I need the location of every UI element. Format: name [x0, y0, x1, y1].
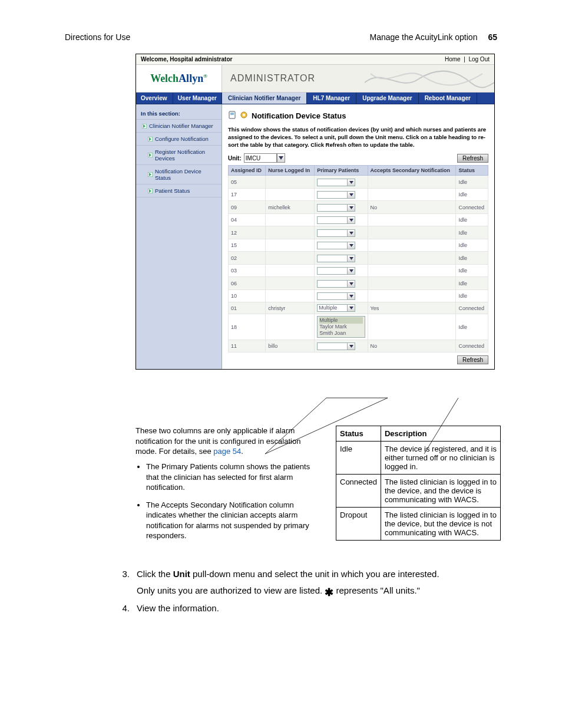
primary-patients-select[interactable]: [317, 191, 355, 199]
cell-primary: [315, 213, 368, 226]
cell-secondary: [368, 213, 456, 226]
cell-assigned-id: 15: [229, 239, 266, 252]
arrow-right-icon: [142, 124, 147, 129]
primary-patients-select[interactable]: [317, 204, 355, 212]
cell-primary: Multiple: [315, 302, 368, 314]
logout-link[interactable]: Log Out: [468, 56, 490, 62]
tab-user-manager[interactable]: User Manager: [173, 93, 222, 104]
cell-assigned-id: 02: [229, 252, 266, 265]
cell-assigned-id: 10: [229, 289, 266, 302]
cell-status: Idle: [456, 239, 488, 252]
table-row: 06Idle: [229, 277, 488, 290]
cell-status: Connected: [456, 302, 488, 314]
svg-marker-16: [349, 193, 353, 196]
col-status[interactable]: Status: [456, 166, 488, 176]
intro-end: .: [241, 447, 243, 456]
unit-dropdown-button[interactable]: [277, 153, 285, 163]
home-link[interactable]: Home: [445, 56, 461, 62]
tab-overview[interactable]: Overview: [136, 93, 173, 104]
unit-label: Unit:: [228, 155, 242, 162]
primary-patients-select[interactable]: [317, 179, 355, 186]
arrow-right-icon: [148, 153, 153, 157]
unit-input[interactable]: [244, 153, 277, 163]
header-left: Directions for Use: [65, 32, 130, 42]
primary-patients-select[interactable]: Multiple: [317, 304, 355, 312]
sidebar-item-register-devices[interactable]: Register Notification Devices: [136, 145, 222, 164]
cell-primary: [315, 277, 368, 290]
cell-status: Idle: [456, 213, 488, 226]
cell-assigned-id: 12: [229, 226, 266, 239]
table-row: 17Idle: [229, 188, 488, 201]
tab-upgrade-manager[interactable]: Upgrade Manager: [356, 93, 418, 104]
cell-secondary: [368, 176, 456, 189]
cell-assigned-id: 04: [229, 213, 266, 226]
cell-assigned-id: 18: [229, 314, 266, 340]
table-row: 09michellekNoConnected: [229, 201, 488, 214]
step4-number: 4.: [118, 601, 130, 615]
refresh-button-top[interactable]: Refresh: [457, 154, 488, 163]
cell-secondary: [368, 226, 456, 239]
cell-nurse: [266, 213, 315, 226]
arrow-right-icon: [148, 172, 153, 177]
tab-clinician-notifier[interactable]: Clinician Notifier Manager: [222, 93, 307, 104]
cell-primary: [315, 239, 368, 252]
cell-primary: [315, 289, 368, 302]
primary-patients-list[interactable]: MultipleTaylor MarkSmith Joan: [317, 316, 365, 337]
sidebar-item-device-status[interactable]: Notification Device Status: [136, 164, 222, 184]
cell-nurse: [266, 239, 315, 252]
cell-primary: [315, 176, 368, 189]
cell-primary: [315, 252, 368, 265]
cell-assigned-id: 01: [229, 302, 266, 314]
col-secondary[interactable]: Accepts Secondary Notification: [368, 166, 456, 176]
step3-sub: Only units you are authorized to view ar…: [137, 584, 495, 598]
cell-assigned-id: 03: [229, 264, 266, 277]
sidebar-item-clinician-notifier[interactable]: Clinician Notifier Manager: [136, 119, 222, 132]
cell-status: Idle: [456, 252, 488, 265]
table-row: 18MultipleTaylor MarkSmith JoanIdle: [229, 314, 488, 340]
description-cell: The device is registered, and it is eith…: [381, 442, 500, 475]
svg-marker-22: [349, 269, 353, 272]
description-col-header: Description: [381, 426, 500, 442]
primary-patients-select[interactable]: [317, 280, 355, 288]
primary-patients-select[interactable]: [317, 242, 355, 249]
tab-hl7-manager[interactable]: HL7 Manager: [307, 93, 356, 104]
chevron-down-icon: [347, 179, 355, 186]
logo-part1: Welch: [150, 73, 178, 84]
primary-patients-select[interactable]: [317, 229, 355, 237]
status-cell: Connected: [336, 475, 381, 508]
chevron-down-icon: [347, 281, 355, 287]
sidebar-item-patient-status[interactable]: Patient Status: [136, 184, 222, 197]
sidebar-item-configure-notification[interactable]: Configure Notification: [136, 132, 222, 145]
page-link[interactable]: page 54: [213, 447, 241, 456]
primary-patients-select[interactable]: [317, 216, 355, 224]
cell-status: Idle: [456, 188, 488, 201]
sidebar-label: Configure Notification: [155, 136, 209, 142]
step3-number: 3.: [118, 567, 130, 581]
table-row: 04Idle: [229, 213, 488, 226]
admin-screenshot: Welcome, Hospital administrator Home | L…: [135, 54, 495, 370]
tab-reboot-manager[interactable]: Reboot Manager: [419, 93, 477, 104]
primary-patients-select[interactable]: [317, 342, 355, 350]
welcome-text: Welcome, Hospital administrator: [141, 56, 232, 62]
bullet-primary-patients: The Primary Patients column shows the pa…: [146, 462, 318, 493]
cell-nurse: [266, 264, 315, 277]
logo-cell: WelchAllyn®: [136, 65, 222, 92]
sidebar: In this section: Clinician Notifier Mana…: [136, 104, 222, 369]
chevron-down-icon: [347, 268, 355, 274]
svg-marker-15: [349, 181, 353, 184]
col-primary[interactable]: Primary Patients: [315, 166, 368, 176]
refresh-button-bottom[interactable]: Refresh: [457, 355, 488, 364]
cell-secondary: [368, 289, 456, 302]
cell-secondary: [368, 264, 456, 277]
primary-patients-select[interactable]: [317, 267, 355, 275]
svg-marker-24: [349, 295, 353, 298]
col-nurse[interactable]: Nurse Logged In: [266, 166, 315, 176]
cell-assigned-id: 05: [229, 176, 266, 189]
primary-patients-select[interactable]: [317, 292, 355, 300]
cell-status: Idle: [456, 264, 488, 277]
main-tabs: Overview User Manager Clinician Notifier…: [136, 93, 494, 104]
status-bell-icon: [239, 110, 248, 121]
col-assigned-id[interactable]: Assigned ID: [229, 166, 266, 176]
cell-assigned-id: 09: [229, 201, 266, 214]
primary-patients-select[interactable]: [317, 255, 355, 262]
